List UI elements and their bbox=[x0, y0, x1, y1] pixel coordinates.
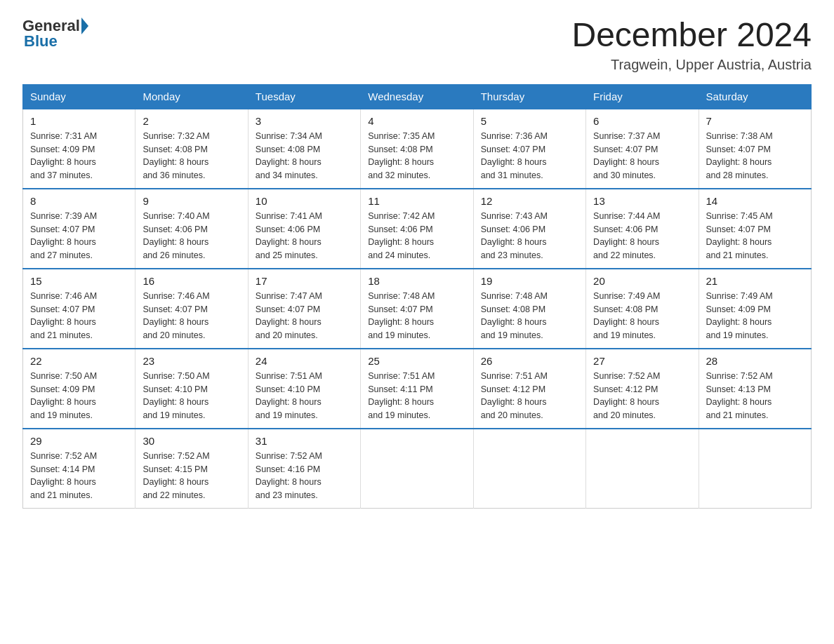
month-title: December 2024 bbox=[571, 17, 812, 54]
title-area: December 2024 Tragwein, Upper Austria, A… bbox=[571, 17, 812, 73]
day-info: Sunrise: 7:49 AM Sunset: 4:09 PM Dayligh… bbox=[706, 290, 804, 342]
day-number: 16 bbox=[143, 275, 240, 287]
day-number: 11 bbox=[368, 195, 465, 207]
calendar-cell: 12 Sunrise: 7:43 AM Sunset: 4:06 PM Dayl… bbox=[473, 189, 585, 269]
day-number: 7 bbox=[706, 115, 804, 127]
day-number: 9 bbox=[143, 195, 240, 207]
calendar-cell: 23 Sunrise: 7:50 AM Sunset: 4:10 PM Dayl… bbox=[135, 349, 248, 429]
day-number: 25 bbox=[368, 355, 465, 367]
calendar-cell: 9 Sunrise: 7:40 AM Sunset: 4:06 PM Dayli… bbox=[135, 189, 248, 269]
calendar-cell: 19 Sunrise: 7:48 AM Sunset: 4:08 PM Dayl… bbox=[473, 269, 585, 349]
day-info: Sunrise: 7:52 AM Sunset: 4:14 PM Dayligh… bbox=[30, 450, 128, 502]
calendar-cell: 14 Sunrise: 7:45 AM Sunset: 4:07 PM Dayl… bbox=[699, 189, 811, 269]
day-info: Sunrise: 7:48 AM Sunset: 4:07 PM Dayligh… bbox=[368, 290, 465, 342]
day-info: Sunrise: 7:39 AM Sunset: 4:07 PM Dayligh… bbox=[30, 210, 128, 262]
calendar-cell: 20 Sunrise: 7:49 AM Sunset: 4:08 PM Dayl… bbox=[586, 269, 699, 349]
day-info: Sunrise: 7:32 AM Sunset: 4:08 PM Dayligh… bbox=[143, 130, 240, 182]
day-number: 15 bbox=[30, 275, 128, 287]
week-row-2: 8 Sunrise: 7:39 AM Sunset: 4:07 PM Dayli… bbox=[23, 189, 812, 269]
calendar-cell: 31 Sunrise: 7:52 AM Sunset: 4:16 PM Dayl… bbox=[248, 429, 360, 509]
day-number: 31 bbox=[256, 435, 353, 447]
day-number: 1 bbox=[30, 115, 128, 127]
logo: General Blue bbox=[22, 17, 90, 51]
day-number: 19 bbox=[481, 275, 578, 287]
weekday-header-saturday: Saturday bbox=[699, 84, 811, 109]
page-header: General Blue December 2024 Tragwein, Upp… bbox=[22, 17, 812, 73]
calendar-cell: 10 Sunrise: 7:41 AM Sunset: 4:06 PM Dayl… bbox=[248, 189, 360, 269]
day-number: 21 bbox=[706, 275, 804, 287]
calendar-cell: 30 Sunrise: 7:52 AM Sunset: 4:15 PM Dayl… bbox=[135, 429, 248, 509]
day-number: 29 bbox=[30, 435, 128, 447]
day-info: Sunrise: 7:47 AM Sunset: 4:07 PM Dayligh… bbox=[256, 290, 353, 342]
day-info: Sunrise: 7:51 AM Sunset: 4:11 PM Dayligh… bbox=[368, 370, 465, 422]
day-number: 8 bbox=[30, 195, 128, 207]
day-info: Sunrise: 7:43 AM Sunset: 4:06 PM Dayligh… bbox=[481, 210, 578, 262]
calendar-cell bbox=[361, 429, 473, 509]
day-number: 2 bbox=[143, 115, 240, 127]
day-number: 20 bbox=[593, 275, 691, 287]
day-number: 14 bbox=[706, 195, 804, 207]
calendar-cell: 15 Sunrise: 7:46 AM Sunset: 4:07 PM Dayl… bbox=[23, 269, 135, 349]
day-number: 10 bbox=[256, 195, 353, 207]
weekday-header-tuesday: Tuesday bbox=[248, 84, 360, 109]
calendar-cell: 8 Sunrise: 7:39 AM Sunset: 4:07 PM Dayli… bbox=[23, 189, 135, 269]
weekday-header-row: SundayMondayTuesdayWednesdayThursdayFrid… bbox=[23, 84, 812, 109]
calendar-cell: 13 Sunrise: 7:44 AM Sunset: 4:06 PM Dayl… bbox=[586, 189, 699, 269]
day-number: 12 bbox=[481, 195, 578, 207]
calendar-cell: 27 Sunrise: 7:52 AM Sunset: 4:12 PM Dayl… bbox=[586, 349, 699, 429]
calendar-cell: 4 Sunrise: 7:35 AM Sunset: 4:08 PM Dayli… bbox=[361, 109, 473, 189]
calendar-cell: 3 Sunrise: 7:34 AM Sunset: 4:08 PM Dayli… bbox=[248, 109, 360, 189]
day-number: 30 bbox=[143, 435, 240, 447]
day-info: Sunrise: 7:51 AM Sunset: 4:10 PM Dayligh… bbox=[256, 370, 353, 422]
weekday-header-sunday: Sunday bbox=[23, 84, 135, 109]
day-number: 24 bbox=[256, 355, 353, 367]
week-row-1: 1 Sunrise: 7:31 AM Sunset: 4:09 PM Dayli… bbox=[23, 109, 812, 189]
calendar-cell: 5 Sunrise: 7:36 AM Sunset: 4:07 PM Dayli… bbox=[473, 109, 585, 189]
logo-blue-text: Blue bbox=[22, 32, 58, 51]
day-info: Sunrise: 7:41 AM Sunset: 4:06 PM Dayligh… bbox=[256, 210, 353, 262]
weekday-header-monday: Monday bbox=[135, 84, 248, 109]
day-number: 3 bbox=[256, 115, 353, 127]
day-info: Sunrise: 7:42 AM Sunset: 4:06 PM Dayligh… bbox=[368, 210, 465, 262]
calendar-cell: 1 Sunrise: 7:31 AM Sunset: 4:09 PM Dayli… bbox=[23, 109, 135, 189]
day-info: Sunrise: 7:36 AM Sunset: 4:07 PM Dayligh… bbox=[481, 130, 578, 182]
week-row-5: 29 Sunrise: 7:52 AM Sunset: 4:14 PM Dayl… bbox=[23, 429, 812, 509]
day-info: Sunrise: 7:52 AM Sunset: 4:12 PM Dayligh… bbox=[593, 370, 691, 422]
calendar-cell: 22 Sunrise: 7:50 AM Sunset: 4:09 PM Dayl… bbox=[23, 349, 135, 429]
day-info: Sunrise: 7:46 AM Sunset: 4:07 PM Dayligh… bbox=[30, 290, 128, 342]
day-info: Sunrise: 7:51 AM Sunset: 4:12 PM Dayligh… bbox=[481, 370, 578, 422]
calendar-table: SundayMondayTuesdayWednesdayThursdayFrid… bbox=[22, 84, 812, 509]
calendar-cell: 11 Sunrise: 7:42 AM Sunset: 4:06 PM Dayl… bbox=[361, 189, 473, 269]
day-number: 26 bbox=[481, 355, 578, 367]
day-info: Sunrise: 7:40 AM Sunset: 4:06 PM Dayligh… bbox=[143, 210, 240, 262]
calendar-cell: 25 Sunrise: 7:51 AM Sunset: 4:11 PM Dayl… bbox=[361, 349, 473, 429]
day-number: 18 bbox=[368, 275, 465, 287]
week-row-4: 22 Sunrise: 7:50 AM Sunset: 4:09 PM Dayl… bbox=[23, 349, 812, 429]
day-info: Sunrise: 7:52 AM Sunset: 4:15 PM Dayligh… bbox=[143, 450, 240, 502]
day-info: Sunrise: 7:52 AM Sunset: 4:13 PM Dayligh… bbox=[706, 370, 804, 422]
day-info: Sunrise: 7:49 AM Sunset: 4:08 PM Dayligh… bbox=[593, 290, 691, 342]
day-number: 5 bbox=[481, 115, 578, 127]
day-info: Sunrise: 7:46 AM Sunset: 4:07 PM Dayligh… bbox=[143, 290, 240, 342]
calendar-cell: 6 Sunrise: 7:37 AM Sunset: 4:07 PM Dayli… bbox=[586, 109, 699, 189]
calendar-cell: 24 Sunrise: 7:51 AM Sunset: 4:10 PM Dayl… bbox=[248, 349, 360, 429]
calendar-cell bbox=[473, 429, 585, 509]
weekday-header-friday: Friday bbox=[586, 84, 699, 109]
day-number: 22 bbox=[30, 355, 128, 367]
calendar-cell: 7 Sunrise: 7:38 AM Sunset: 4:07 PM Dayli… bbox=[699, 109, 811, 189]
day-info: Sunrise: 7:35 AM Sunset: 4:08 PM Dayligh… bbox=[368, 130, 465, 182]
day-info: Sunrise: 7:50 AM Sunset: 4:09 PM Dayligh… bbox=[30, 370, 128, 422]
day-number: 6 bbox=[593, 115, 691, 127]
day-number: 27 bbox=[593, 355, 691, 367]
day-info: Sunrise: 7:45 AM Sunset: 4:07 PM Dayligh… bbox=[706, 210, 804, 262]
week-row-3: 15 Sunrise: 7:46 AM Sunset: 4:07 PM Dayl… bbox=[23, 269, 812, 349]
day-number: 4 bbox=[368, 115, 465, 127]
day-info: Sunrise: 7:37 AM Sunset: 4:07 PM Dayligh… bbox=[593, 130, 691, 182]
calendar-cell: 17 Sunrise: 7:47 AM Sunset: 4:07 PM Dayl… bbox=[248, 269, 360, 349]
calendar-cell: 16 Sunrise: 7:46 AM Sunset: 4:07 PM Dayl… bbox=[135, 269, 248, 349]
day-number: 13 bbox=[593, 195, 691, 207]
day-info: Sunrise: 7:31 AM Sunset: 4:09 PM Dayligh… bbox=[30, 130, 128, 182]
calendar-cell: 29 Sunrise: 7:52 AM Sunset: 4:14 PM Dayl… bbox=[23, 429, 135, 509]
day-number: 23 bbox=[143, 355, 240, 367]
calendar-cell: 18 Sunrise: 7:48 AM Sunset: 4:07 PM Dayl… bbox=[361, 269, 473, 349]
